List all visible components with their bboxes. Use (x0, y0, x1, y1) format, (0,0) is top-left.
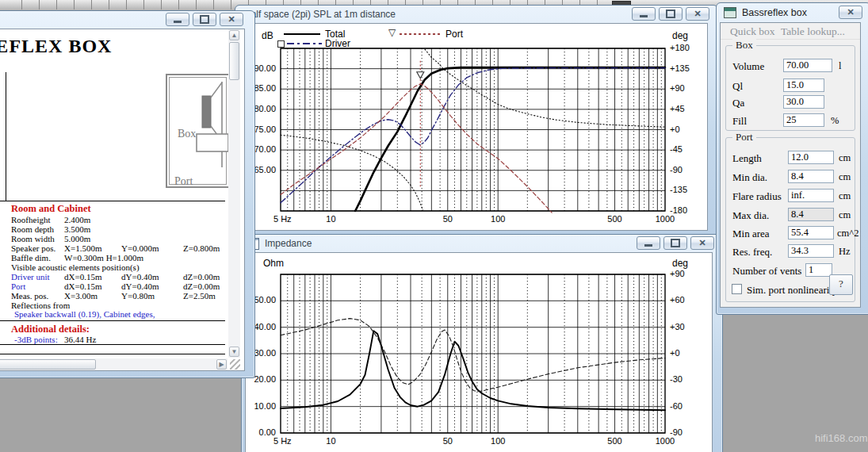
minimize-button[interactable] (166, 13, 189, 26)
flare-radius-unit: cm (839, 190, 851, 202)
vents-field[interactable] (805, 263, 832, 277)
sim-port-nonlinearity-checkbox[interactable] (732, 284, 742, 294)
restore-button[interactable] (193, 13, 216, 26)
length-label: Length (732, 152, 762, 165)
x-axis-tick: 100 (480, 214, 516, 224)
legend-port-label: Port (445, 29, 463, 40)
spl-titlebar[interactable]: Half space (2pi) SPL at 1m distance ✕ (239, 6, 714, 23)
max-dia-unit: cm (839, 209, 851, 221)
right-axis-tick: +45 (670, 104, 702, 113)
close-button[interactable]: ✕ (690, 236, 714, 250)
impedance-right-axis-label: deg (672, 258, 688, 269)
menu-quick-box[interactable]: Quick box (730, 25, 775, 38)
dialog-titlebar[interactable]: Bassreflex box ✕ (720, 3, 867, 22)
right-axis-tick: +90 (670, 269, 702, 278)
right-axis-tick: -45 (670, 144, 702, 154)
qa-field[interactable] (783, 95, 824, 109)
length-field[interactable] (788, 151, 834, 164)
impedance-client: 50.0040.0030.0020.0010.000.00+90+60+30+0… (245, 252, 713, 452)
sim-port-nonlinearity-label: Sim. port nonlinearity (747, 284, 837, 297)
impedance-window-title: Impedance (259, 238, 312, 249)
right-axis-tick: -30 (670, 374, 702, 384)
left-axis-tick: 0.00 (245, 427, 276, 437)
table-edge-line (6, 72, 6, 201)
minimize-button[interactable] (632, 7, 656, 21)
x-axis-tick: 1000 (647, 436, 683, 446)
report-titlebar[interactable]: ✕ (0, 11, 251, 29)
volume-field[interactable] (783, 59, 832, 72)
restore-button[interactable] (659, 7, 683, 21)
box-group: Box Volume l Ql Qa Fill % (725, 45, 855, 131)
fill-field[interactable] (783, 113, 824, 127)
diagram-box-label: Box (178, 128, 196, 140)
volume-unit: l (839, 60, 841, 72)
horizontal-scroll-thumb[interactable] (0, 359, 96, 370)
section-divider (0, 201, 225, 201)
menu-table-lookup[interactable]: Table lookup... (781, 25, 845, 38)
ql-label: Ql (732, 80, 743, 93)
scroll-right-button[interactable]: ▶ (216, 359, 227, 370)
restore-icon (200, 15, 209, 24)
min-area-label: Min area (732, 228, 770, 240)
table-row: Speaker backwall (0.19), Cabinet edges, (0, 309, 244, 319)
x-axis-tick: 10 (312, 436, 349, 446)
doc-title: BASSREFLEX BOX (0, 36, 112, 57)
room-section-title: Room and Cabinet (11, 203, 91, 215)
restore-icon (666, 10, 675, 18)
flare-radius-field[interactable] (788, 189, 834, 202)
vertical-scroll-thumb[interactable] (229, 42, 239, 80)
bassreflex-dialog: Bassreflex box ✕ Quick box Table lookup.… (716, 2, 868, 315)
x-axis-tick: 50 (430, 214, 466, 224)
scroll-down-button[interactable]: ▼ (229, 347, 239, 357)
table-row: Room width5.000m (0, 234, 244, 243)
close-icon: ✕ (228, 15, 235, 24)
resize-grip[interactable] (230, 359, 240, 370)
series-port (281, 84, 552, 213)
table-row: Baffle dim.W=0.300m H=1.000m (0, 253, 244, 262)
res-freq-field[interactable] (788, 244, 834, 258)
horizontal-scrollbar[interactable]: ▶ (0, 358, 228, 370)
volume-label: Volume (732, 60, 764, 73)
additional-section-title: Additional details: (11, 324, 90, 335)
table-row: Room depth3.500m (0, 224, 244, 234)
right-axis-tick: -90 (670, 165, 702, 174)
minimize-icon (644, 244, 652, 247)
app-icon (724, 7, 736, 18)
right-axis-tick: +90 (670, 83, 702, 93)
impedance-left-axis-label: Ohm (263, 258, 284, 269)
ql-field[interactable] (783, 79, 824, 92)
restore-button[interactable] (663, 236, 687, 250)
table-row: Roofheight2.400m (0, 215, 244, 224)
report-window: ✕ BASSREFLEX BOX Box Port Room and Ca (0, 10, 255, 378)
impedance-titlebar[interactable]: Impedance ✕ (245, 235, 719, 252)
x-axis-tick: 5 Hz (273, 436, 310, 446)
table-row: -3dB points:36.44 Hz (0, 335, 244, 344)
close-icon: ✕ (847, 8, 854, 17)
close-button[interactable]: ✕ (686, 7, 709, 21)
table-row: PortdX=0.15mdY=0.40mdZ=0.00m (0, 282, 244, 291)
x-axis-tick: 500 (597, 214, 633, 224)
port-tuning-marker (417, 72, 424, 79)
close-icon: ✕ (694, 10, 701, 18)
close-button[interactable]: ✕ (220, 13, 243, 26)
flare-radius-label: Flare radius (732, 190, 782, 203)
min-area-unit: cm^2 (837, 228, 858, 239)
min-area-field[interactable] (788, 226, 834, 239)
max-dia-label: Max dia. (732, 209, 769, 222)
port-group: Port Length cm Min dia. cm Flare radius … (725, 137, 855, 302)
min-dia-unit: cm (839, 171, 851, 183)
table-row: Meas. pos.X=3.00mY=0.80mZ=2.50m (0, 291, 244, 301)
scroll-up-button[interactable]: ▲ (229, 30, 239, 40)
section-divider (0, 344, 225, 345)
right-axis-tick: +0 (670, 124, 702, 134)
right-axis-tick: -135 (670, 185, 702, 194)
legend-port-line (400, 33, 441, 35)
series-driver (281, 68, 665, 203)
help-button[interactable]: ? (829, 274, 853, 295)
min-dia-field[interactable] (788, 170, 834, 183)
cabinet-diagram: Box Port (166, 74, 230, 188)
close-button[interactable]: ✕ (839, 6, 862, 19)
minimize-button[interactable] (637, 236, 660, 250)
vertical-scrollbar[interactable]: ▲ ▼ (228, 29, 240, 358)
right-axis-tick: +0 (670, 348, 702, 358)
